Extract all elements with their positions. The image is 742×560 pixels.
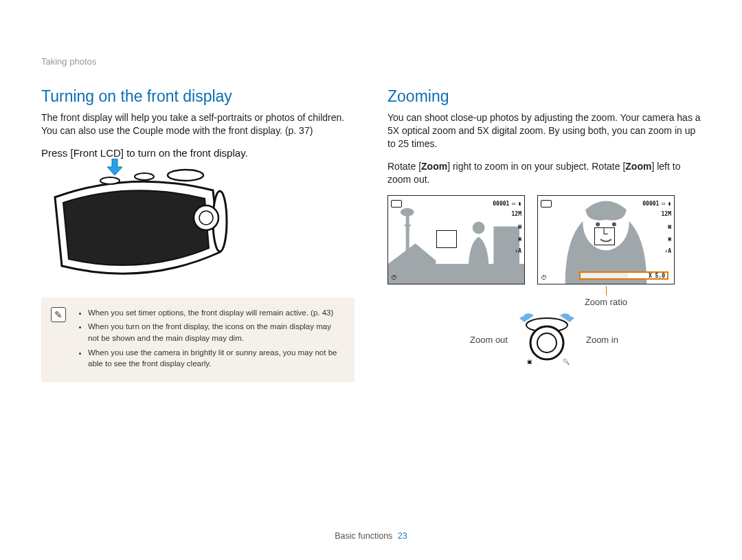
zoom-ratio-bar: X 5.0 [579, 271, 668, 280]
zoom-in-label: Zoom in [586, 335, 618, 345]
battery-icon: ▮ [668, 201, 671, 207]
counter-value: 00001 [642, 201, 659, 207]
note-item: When you set timer options, the front di… [88, 307, 342, 319]
page-footer: Basic functions 23 [0, 531, 742, 541]
svg-point-14 [612, 223, 616, 227]
breadcrumb: Taking photos [41, 56, 701, 67]
zoom-ratio-value: X 5.0 [649, 273, 665, 279]
counter-value: 00001 [493, 201, 509, 207]
svg-point-16 [530, 326, 563, 359]
af-icon: ▣ [518, 236, 521, 242]
svg-point-4 [135, 173, 154, 180]
footer-section: Basic functions [335, 531, 392, 541]
left-instruction: Press [Front LCD] to turn on the front d… [41, 147, 355, 159]
battery-icon: ▮ [518, 201, 521, 207]
note-item: When you turn on the front display, the … [88, 321, 342, 344]
zoom-dial-illustration: ▣ 🔍 [517, 313, 576, 366]
svg-rect-7 [406, 214, 409, 264]
memory-icon: ▭ [512, 201, 515, 207]
callout-line [606, 286, 607, 295]
arrow-down-icon [107, 159, 122, 175]
camera-illustration [41, 164, 234, 281]
right-body-1: You can shoot close-up photos by adjusti… [387, 111, 701, 150]
svg-point-3 [100, 177, 120, 184]
zoom-out-label: Zoom out [470, 335, 508, 345]
left-section-title: Turning on the front display [41, 87, 355, 106]
left-body-text: The front display will help you take a s… [41, 111, 355, 137]
timer-icon: ⏱ [541, 274, 547, 281]
svg-point-8 [401, 208, 414, 216]
camera-mode-icon [541, 200, 552, 208]
svg-text:▣: ▣ [527, 359, 532, 365]
svg-point-1 [194, 205, 218, 230]
preview-screen-wide: 00001 ▭ ▮ 12M ▦ ▣ ⚡A ⏱ [387, 195, 525, 284]
quality-icon: ▦ [668, 223, 671, 229]
svg-rect-9 [405, 225, 411, 227]
memory-icon: ▭ [662, 201, 665, 207]
resolution-badge: 12M [662, 211, 671, 217]
svg-text:🔍: 🔍 [563, 358, 570, 365]
flash-icon: ⚡A [664, 248, 671, 254]
left-column: Turning on the front display The front d… [41, 87, 355, 382]
footer-page-number: 23 [398, 531, 407, 541]
svg-point-13 [596, 223, 600, 227]
af-icon: ▣ [668, 236, 671, 242]
focus-frame [594, 227, 615, 245]
focus-frame [436, 230, 457, 248]
flash-icon: ⚡A [515, 248, 521, 254]
zoom-ratio-label: Zoom ratio [537, 297, 675, 307]
note-item: When you use the camera in brightly lit … [88, 347, 342, 370]
note-icon: ✎ [51, 307, 66, 322]
timer-icon: ⏱ [391, 274, 397, 281]
note-box: ✎ When you set timer options, the front … [41, 298, 355, 382]
resolution-badge: 12M [512, 211, 521, 217]
svg-point-5 [168, 170, 203, 181]
right-body-2: Rotate [Zoom] right to zoom in on your s… [387, 160, 701, 186]
camera-mode-icon [391, 200, 402, 208]
quality-icon: ▦ [518, 223, 521, 229]
preview-screen-zoom: 00001 ▭ ▮ 12M ▦ ▣ ⚡A ⏱ [537, 195, 675, 284]
right-column: Zooming You can shoot close-up photos by… [387, 87, 701, 382]
right-section-title: Zooming [387, 87, 701, 106]
svg-point-10 [473, 222, 485, 234]
